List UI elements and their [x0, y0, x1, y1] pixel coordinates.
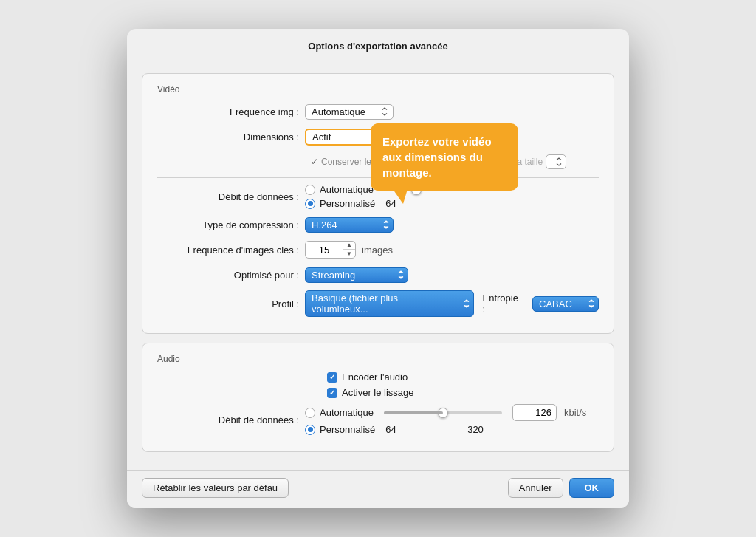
proportion-checkmark: ✓: [311, 157, 318, 167]
dimensions-select-value: Actif: [312, 131, 331, 143]
compression-select[interactable]: H.264: [305, 217, 394, 233]
smooth-row: Activer le lissage: [157, 387, 599, 398]
audio-datarate-custom-radio[interactable]: [305, 425, 315, 435]
dialog-title: Options d'exportation avancée: [127, 29, 629, 61]
keyframe-decrement-button[interactable]: ▼: [343, 250, 355, 258]
video-datarate-custom-label: Personnalisé: [320, 198, 375, 209]
audio-datarate-slider[interactable]: [384, 411, 502, 414]
compression-row: Type de compression : H.264: [157, 215, 599, 234]
framerate-select-arrow: [375, 106, 388, 117]
keyframe-stepper[interactable]: ▲ ▼: [305, 241, 356, 259]
compression-label: Type de compression :: [157, 219, 305, 230]
encode-audio-label: Encoder l'audio: [342, 372, 408, 383]
profile-select[interactable]: Basique (fichier plus volumineux...: [305, 290, 474, 317]
audio-datarate-auto-row: Automatique kbit/s: [305, 404, 586, 421]
encode-audio-row: Encoder l'audio: [157, 372, 599, 383]
compression-control: H.264: [305, 217, 599, 233]
cancel-button[interactable]: Annuler: [508, 478, 563, 498]
adjustment-select-arrow: [549, 157, 563, 167]
framerate-row: Fréquence img : Automatique: [157, 102, 599, 121]
video-datarate-auto-label: Automatique: [320, 184, 374, 195]
encode-audio-checkbox[interactable]: [327, 372, 337, 383]
adjustment-select[interactable]: [546, 154, 566, 169]
audio-datarate-auto-label: Automatique: [320, 407, 374, 418]
optimized-select-value: Streaming: [312, 270, 355, 281]
audio-section: Audio Encoder l'audio Activer le lissage…: [142, 343, 614, 452]
framerate-select-value: Automatique: [312, 106, 365, 117]
optimized-row: Optimisé pour : Streaming: [157, 265, 599, 284]
tooltip-bubble: Exportez votre vidéo aux dimensions du m…: [371, 123, 518, 191]
compression-select-value: H.264: [312, 219, 337, 230]
video-datarate-label: Débit de données :: [157, 191, 305, 202]
dialog-footer: Rétablir les valeurs par défau Annuler O…: [127, 470, 629, 508]
profile-select-value: Basique (fichier plus volumineux...: [312, 293, 457, 315]
compression-select-arrow: [377, 219, 390, 230]
ok-button[interactable]: OK: [569, 478, 615, 498]
framerate-select[interactable]: Automatique: [305, 104, 394, 120]
profile-row: Profil : Basique (fichier plus volumineu…: [157, 290, 599, 317]
framerate-control: Automatique: [305, 104, 599, 120]
video-section-label: Vidéo: [157, 84, 599, 95]
optimized-select-arrow: [391, 270, 405, 280]
keyframe-row: Fréquence d'images clés : ▲ ▼ images: [157, 240, 599, 259]
keyframe-control: ▲ ▼ images: [305, 241, 599, 259]
video-datarate-custom-radio[interactable]: [305, 199, 315, 209]
optimized-label: Optimisé pour :: [157, 270, 305, 281]
entropy-select[interactable]: CABAC: [532, 296, 599, 312]
audio-datarate-label: Débit de données :: [157, 414, 305, 425]
entropy-label: Entropie :: [483, 293, 523, 315]
audio-section-label: Audio: [157, 354, 599, 364]
tooltip-container: Exportez votre vidéo aux dimensions du m…: [371, 123, 518, 191]
entropy-select-arrow: [582, 298, 595, 309]
audio-datarate-row: Débit de données : Automatique kbit/s: [157, 404, 599, 435]
audio-datarate-custom-label: Personnalisé: [320, 424, 375, 435]
audio-datarate-max: 320: [467, 424, 486, 435]
audio-datarate-value-input[interactable]: [512, 404, 557, 421]
dimensions-label: Dimensions :: [157, 131, 305, 143]
optimized-select[interactable]: Streaming: [305, 267, 408, 283]
smooth-checkbox[interactable]: [327, 388, 337, 398]
audio-datarate-unit: kbit/s: [564, 407, 586, 418]
keyframe-increment-button[interactable]: ▲: [343, 242, 355, 250]
optimized-control: Streaming: [305, 267, 599, 283]
video-datarate-auto-radio[interactable]: [305, 185, 315, 195]
smooth-label: Activer le lissage: [342, 387, 414, 398]
keyframe-stepper-arrows: ▲ ▼: [343, 242, 355, 258]
profile-label: Profil :: [157, 298, 305, 309]
profile-control: Basique (fichier plus volumineux... Entr…: [305, 290, 599, 317]
audio-datarate-control: Automatique kbit/s Personnalisé 64 320: [305, 404, 599, 435]
keyframe-label: Fréquence d'images clés :: [157, 244, 305, 256]
profile-select-arrow: [457, 298, 470, 309]
tooltip-text: Exportez votre vidéo aux dimensions du m…: [382, 135, 492, 179]
reset-button[interactable]: Rétablir les valeurs par défau: [142, 478, 289, 498]
video-section: Vidéo Fréquence img : Automatique Dimens…: [142, 73, 614, 334]
audio-datarate-custom-row: Personnalisé 64 320: [305, 424, 586, 435]
tooltip-arrow: [393, 189, 408, 204]
audio-datarate-min: 64: [385, 424, 404, 435]
audio-datarate-auto-radio[interactable]: [305, 408, 315, 418]
audio-datarate-radio-group: Automatique kbit/s Personnalisé 64 320: [305, 404, 586, 435]
framerate-label: Fréquence img :: [157, 106, 305, 117]
keyframe-unit: images: [362, 244, 393, 256]
entropy-select-value: CABAC: [539, 298, 572, 309]
export-options-dialog: Options d'exportation avancée Vidéo Fréq…: [127, 29, 629, 508]
keyframe-input[interactable]: [306, 242, 343, 258]
